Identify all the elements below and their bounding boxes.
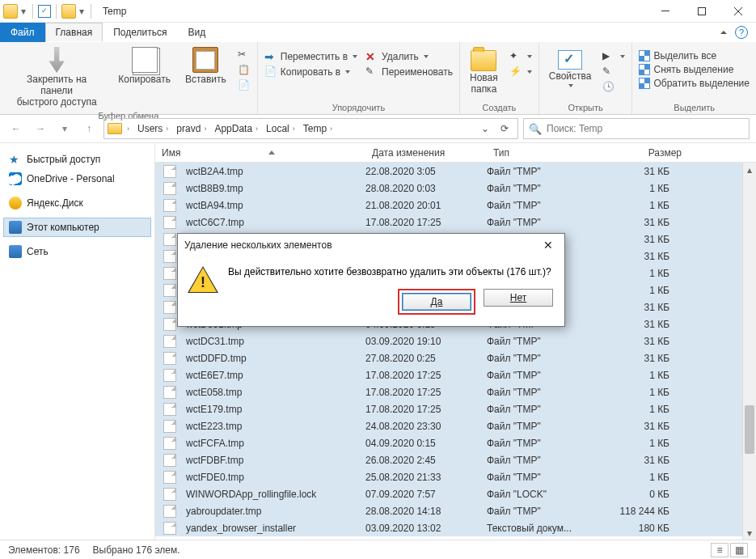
tab-share[interactable]: Поделиться bbox=[103, 23, 177, 42]
file-row[interactable]: WINWORDApp_rollingfile.lock07.09.2020 7:… bbox=[155, 485, 756, 502]
crumb-2[interactable]: AppData› bbox=[211, 121, 261, 136]
refresh-button[interactable]: ⟳ bbox=[495, 119, 514, 138]
sidebar-item-2[interactable]: Яндекс.Диск bbox=[3, 193, 151, 213]
crumb-4[interactable]: Temp› bbox=[300, 121, 336, 136]
minimize-button[interactable] bbox=[647, 0, 683, 23]
file-row[interactable]: wctE6E7.tmp17.08.2020 17:25Файл "TMP"1 К… bbox=[155, 366, 756, 383]
col-date[interactable]: Дата изменения bbox=[365, 147, 487, 159]
pin-quickaccess-button[interactable]: Закрепить на панели быстрого доступа bbox=[6, 45, 107, 109]
file-row[interactable]: yandex_browser_installer03.09.2020 13:02… bbox=[155, 519, 756, 536]
collapse-ribbon-icon[interactable] bbox=[720, 31, 727, 34]
close-button[interactable] bbox=[720, 0, 756, 23]
select-all-button[interactable]: Выделить все bbox=[639, 50, 750, 61]
qat-properties-icon[interactable]: ✓ bbox=[38, 5, 51, 18]
new-item-button[interactable]: ✦ bbox=[509, 50, 532, 63]
file-name: wctE179.tmp bbox=[186, 404, 242, 415]
cut-button[interactable]: ✂ bbox=[238, 49, 251, 61]
tab-home[interactable]: Главная bbox=[45, 23, 103, 42]
copy-button[interactable]: Копировать bbox=[115, 45, 174, 87]
address-dropdown-icon[interactable]: ⌄ bbox=[475, 119, 495, 138]
file-icon bbox=[163, 233, 176, 246]
crumb-0[interactable]: Users› bbox=[134, 121, 171, 136]
scrollbar[interactable]: ▴ ▾ bbox=[742, 163, 756, 540]
file-row[interactable]: wctE223.tmp24.08.2020 23:30Файл "TMP"31 … bbox=[155, 417, 756, 434]
file-type: Файл "TMP" bbox=[487, 472, 608, 483]
col-name[interactable]: Имя bbox=[155, 147, 365, 159]
sidebar-item-1[interactable]: OneDrive - Personal bbox=[3, 169, 151, 188]
qat-more-icon[interactable]: ▾ bbox=[78, 6, 86, 17]
sidebar-item-4[interactable]: Сеть bbox=[3, 242, 151, 261]
file-icon bbox=[163, 199, 176, 212]
file-icon bbox=[163, 267, 176, 280]
search-box[interactable]: 🔍 Поиск: Temp bbox=[523, 118, 750, 139]
file-size: 1 КБ bbox=[608, 387, 689, 398]
view-details-button[interactable]: ≡ bbox=[711, 543, 729, 557]
copypath-button[interactable]: 📋 bbox=[238, 64, 251, 77]
tab-file[interactable]: Файл bbox=[0, 23, 45, 42]
qat-dropdown-icon[interactable]: ▾ bbox=[19, 6, 27, 17]
invert-selection-button[interactable]: Обратить выделение bbox=[639, 78, 750, 89]
move-to-button[interactable]: ➡Переместить в bbox=[264, 50, 357, 63]
open-button[interactable]: ▶ bbox=[602, 50, 625, 63]
new-folder-button[interactable]: Новая папка bbox=[467, 45, 501, 97]
file-row[interactable]: wctE179.tmp17.08.2020 17:25Файл "TMP"1 К… bbox=[155, 400, 756, 417]
back-button[interactable]: ← bbox=[6, 119, 26, 138]
qat-newfolder-icon[interactable] bbox=[61, 4, 76, 19]
file-row[interactable]: yabroupdater.tmp28.08.2020 14:18Файл "TM… bbox=[155, 502, 756, 519]
file-icon bbox=[163, 182, 176, 195]
scroll-up-icon[interactable]: ▴ bbox=[743, 163, 756, 176]
crumb-3[interactable]: Local› bbox=[263, 121, 298, 136]
easy-access-button[interactable]: ⚡ bbox=[509, 66, 532, 78]
recent-dropdown[interactable]: ▾ bbox=[55, 119, 74, 138]
tab-view[interactable]: Вид bbox=[177, 23, 216, 42]
file-pane: Имя Дата изменения Тип Размер wctB2A4.tm… bbox=[155, 143, 756, 540]
help-icon[interactable]: ? bbox=[735, 26, 748, 39]
file-row[interactable]: wctFDBF.tmp26.08.2020 2:45Файл "TMP"31 К… bbox=[155, 451, 756, 468]
warning-icon: ! bbox=[189, 266, 217, 294]
dialog-no-button[interactable]: Нет bbox=[484, 289, 553, 307]
rename-button[interactable]: ✎Переименовать bbox=[365, 66, 453, 78]
address-bar[interactable]: › Users› pravd› AppData› Local› Temp› ⌄ … bbox=[103, 118, 518, 139]
scroll-thumb[interactable] bbox=[745, 405, 754, 454]
col-type[interactable]: Тип bbox=[487, 147, 608, 159]
maximize-button[interactable] bbox=[683, 0, 720, 23]
file-row[interactable]: wctDC31.tmp03.09.2020 19:10Файл "TMP"31 … bbox=[155, 332, 756, 349]
file-date: 17.08.2020 17:25 bbox=[365, 217, 487, 228]
forward-button[interactable]: → bbox=[31, 119, 50, 138]
file-row[interactable]: wctDDFD.tmp27.08.2020 0:25Файл "TMP"31 К… bbox=[155, 349, 756, 366]
scroll-down-icon[interactable]: ▾ bbox=[743, 526, 756, 540]
dialog-message: Вы действительно хотите безвозвратно уда… bbox=[228, 266, 553, 277]
paste-shortcut-button[interactable]: 📄 bbox=[238, 79, 251, 92]
search-icon: 🔍 bbox=[529, 123, 542, 135]
sidebar-item-0[interactable]: ★Быстрый доступ bbox=[3, 150, 151, 169]
group-new-label: Создать bbox=[467, 101, 532, 112]
sidebar-item-label: Яндекс.Диск bbox=[27, 197, 83, 209]
crumb-1[interactable]: pravd› bbox=[173, 121, 209, 136]
crumb-root[interactable]: › bbox=[124, 123, 133, 134]
history-button[interactable]: 🕓 bbox=[602, 81, 625, 94]
file-row[interactable]: wctB2A4.tmp22.08.2020 3:05Файл "TMP"31 К… bbox=[155, 163, 756, 180]
copy-to-button[interactable]: 📄Копировать в bbox=[264, 66, 357, 78]
file-icon bbox=[163, 250, 176, 263]
up-button[interactable]: ↑ bbox=[79, 119, 99, 138]
file-row[interactable]: wctFDE0.tmp25.08.2020 21:33Файл "TMP"1 К… bbox=[155, 468, 756, 485]
file-row[interactable]: wctE058.tmp17.08.2020 17:25Файл "TMP"1 К… bbox=[155, 383, 756, 400]
file-row[interactable]: wctB8B9.tmp28.08.2020 0:03Файл "TMP"1 КБ bbox=[155, 180, 756, 197]
file-icon bbox=[163, 284, 176, 297]
paste-button[interactable]: Вставить bbox=[182, 45, 230, 87]
view-thumbnails-button[interactable]: ▦ bbox=[730, 543, 748, 557]
dialog-close-button[interactable]: ✕ bbox=[538, 237, 558, 253]
edit-button[interactable]: ✎ bbox=[602, 66, 625, 78]
file-size: 1 КБ bbox=[608, 472, 689, 483]
file-row[interactable]: wctC6C7.tmp17.08.2020 17:25Файл "TMP"31 … bbox=[155, 214, 756, 231]
select-none-button[interactable]: Снять выделение bbox=[639, 64, 750, 75]
delete-button[interactable]: ✕Удалить bbox=[365, 50, 453, 63]
sidebar-item-3[interactable]: Этот компьютер bbox=[3, 218, 151, 237]
properties-button[interactable]: Свойства bbox=[546, 45, 595, 89]
file-list[interactable]: wctB2A4.tmp22.08.2020 3:05Файл "TMP"31 К… bbox=[155, 163, 756, 540]
file-type: Файл "TMP" bbox=[487, 421, 608, 432]
file-row[interactable]: wctBA94.tmp21.08.2020 20:01Файл "TMP"1 К… bbox=[155, 197, 756, 214]
file-row[interactable]: wctFCFA.tmp04.09.2020 0:15Файл "TMP"1 КБ bbox=[155, 434, 756, 451]
col-size[interactable]: Размер bbox=[608, 147, 689, 159]
dialog-yes-button[interactable]: Да bbox=[402, 293, 471, 311]
